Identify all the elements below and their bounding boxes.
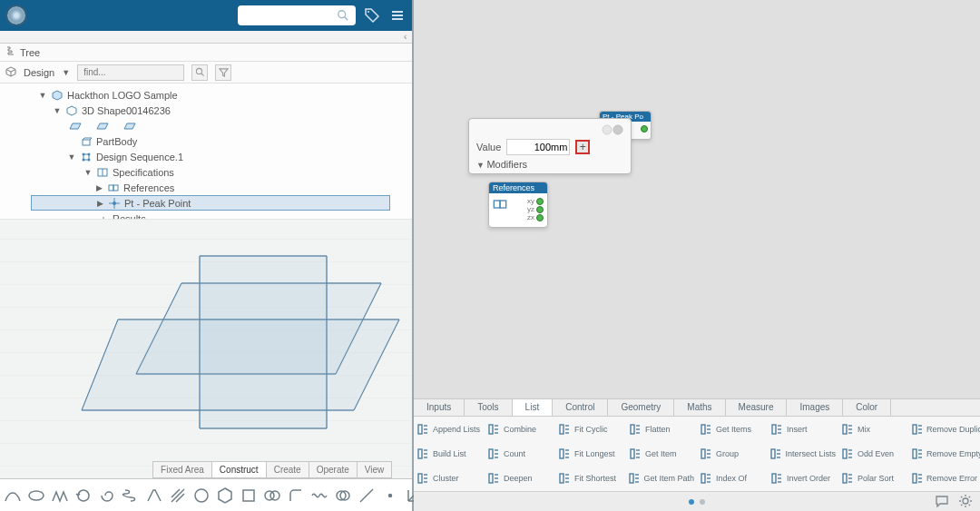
palette-item[interactable]: Deepen <box>485 472 555 485</box>
cat-images[interactable]: Images <box>787 399 843 416</box>
output-port-yz[interactable] <box>536 206 544 213</box>
tool-helix-icon[interactable] <box>122 485 140 506</box>
palette-item[interactable]: Polar Sort <box>838 472 909 485</box>
palette-item[interactable]: Mix <box>838 423 909 436</box>
tree-peak-point[interactable]: ▶ Pt - Peak Point <box>31 195 390 211</box>
cat-color[interactable]: Color <box>843 399 891 416</box>
value-input[interactable] <box>506 139 570 155</box>
expand-arrow-icon[interactable]: ▼ <box>67 152 76 162</box>
cat-inputs[interactable]: Inputs <box>414 399 465 416</box>
settings-icon[interactable] <box>958 494 973 510</box>
graph-canvas[interactable]: Pt - Peak Po z Value + <box>414 0 980 398</box>
palette-item[interactable]: Intersect Lists <box>768 447 838 460</box>
tool-spline-icon[interactable] <box>4 485 22 506</box>
palette-item[interactable]: Count <box>485 447 555 460</box>
expand-arrow-icon[interactable]: ▼ <box>53 106 62 115</box>
plane-xy-icon[interactable] <box>69 120 82 133</box>
tree-refs[interactable]: ▶ References <box>5 180 412 195</box>
palette-item[interactable]: Get Items <box>697 423 768 436</box>
page-dot-2[interactable] <box>700 499 705 505</box>
tool-line-icon[interactable] <box>358 485 376 506</box>
find-input[interactable] <box>82 66 180 78</box>
node-references[interactable]: References xy yz zx <box>488 182 548 228</box>
vtab-construct[interactable]: Construct <box>212 462 267 477</box>
tool-wave-icon[interactable] <box>310 485 328 506</box>
cat-list[interactable]: List <box>513 399 554 416</box>
palette-item[interactable]: Index Of <box>697 472 768 485</box>
tool-square-icon[interactable] <box>240 485 258 506</box>
expand-arrow-icon[interactable]: ▶ <box>95 199 104 208</box>
tool-rings-icon[interactable] <box>263 485 281 506</box>
tool-ellipse-icon[interactable] <box>27 485 45 506</box>
viewport-3d[interactable]: Fixed Area Construct Create Operate View <box>0 220 412 511</box>
plane-yz-icon[interactable] <box>96 120 109 133</box>
tree-results[interactable]: ▶ Results <box>5 211 412 220</box>
modifiers-toggle[interactable]: ▼ <box>476 161 486 170</box>
palette-item[interactable]: Fit Cyclic <box>555 423 626 436</box>
plane-zx-icon[interactable] <box>123 120 136 133</box>
expand-arrow-icon[interactable]: ▼ <box>83 168 93 177</box>
tree-partbody[interactable]: ▶ PartBody <box>5 133 412 149</box>
tool-hexagon-icon[interactable] <box>216 485 234 506</box>
palette-item[interactable]: Group <box>697 447 768 460</box>
tree-planes-row[interactable] <box>5 118 412 133</box>
output-port-xy[interactable] <box>536 198 544 205</box>
expand-arrow-icon[interactable]: ▶ <box>94 183 103 192</box>
output-port[interactable] <box>641 125 648 133</box>
palette-item[interactable]: Remove Duplicates <box>909 423 980 436</box>
tree-tab-label[interactable]: Tree <box>20 47 40 58</box>
output-port-zx[interactable] <box>536 214 544 221</box>
vtab-view[interactable]: View <box>358 462 392 477</box>
compass-icon[interactable] <box>5 5 27 26</box>
expand-arrow-icon[interactable]: ▼ <box>38 91 47 100</box>
chat-icon[interactable] <box>935 494 949 510</box>
search-input[interactable] <box>243 9 335 22</box>
page-dot-1[interactable] <box>689 499 694 505</box>
vtab-fixed-area[interactable]: Fixed Area <box>153 462 212 477</box>
palette-item[interactable]: Get Item <box>626 447 697 460</box>
tree-specs[interactable]: ▼ Specifications <box>5 164 412 180</box>
tree-root[interactable]: ▼ Hackthon LOGO Sample <box>5 87 412 103</box>
palette-item[interactable]: Insert <box>768 423 838 436</box>
collapse-strip[interactable]: ‹ <box>0 31 412 44</box>
tree-designseq[interactable]: ▼ Design Sequence.1 <box>5 149 412 164</box>
tool-point-icon[interactable] <box>381 485 399 506</box>
value-plus-button[interactable]: + <box>575 140 590 154</box>
tool-hatch-icon[interactable] <box>169 485 187 506</box>
design-mode-label[interactable]: Design <box>24 67 54 78</box>
palette-item[interactable]: Invert Order <box>768 472 838 485</box>
palette-item[interactable]: Fit Shortest <box>555 472 626 485</box>
filter-button[interactable] <box>215 64 231 81</box>
tree-shape[interactable]: ▼ 3D Shape00146236 <box>5 103 412 118</box>
cat-geometry[interactable]: Geometry <box>608 399 674 416</box>
pager[interactable] <box>689 499 705 505</box>
palette-item[interactable]: Cluster <box>414 472 485 485</box>
dropdown-arrow-icon[interactable]: ▼ <box>62 68 70 77</box>
palette-item[interactable]: Odd Even <box>838 447 909 460</box>
tool-zigzag-icon[interactable] <box>51 485 69 506</box>
palette-item[interactable]: Fit Longest <box>555 447 626 460</box>
tool-swirl-icon[interactable] <box>98 485 116 506</box>
find-go-button[interactable] <box>191 64 208 81</box>
cat-measure[interactable]: Measure <box>726 399 788 416</box>
tool-corner-icon[interactable] <box>287 485 305 506</box>
cat-maths[interactable]: Maths <box>674 399 725 416</box>
search-box[interactable] <box>238 5 356 25</box>
palette-item[interactable]: Flatten <box>626 423 697 436</box>
palette-item[interactable]: Remove Empty <box>909 447 980 460</box>
menu-icon[interactable] <box>388 6 407 25</box>
tool-boolean-icon[interactable] <box>334 485 352 506</box>
cat-control[interactable]: Control <box>553 399 608 416</box>
palette-item[interactable]: Build List <box>414 447 485 460</box>
cat-tools[interactable]: Tools <box>465 399 512 416</box>
palette-item[interactable]: Combine <box>485 423 555 436</box>
find-box[interactable] <box>77 64 184 81</box>
node-value[interactable]: Value + ▼ Modifiers <box>468 118 632 174</box>
tool-loop-icon[interactable] <box>74 485 93 506</box>
search-icon[interactable] <box>335 6 350 25</box>
tag-icon[interactable] <box>363 6 381 25</box>
vtab-create[interactable]: Create <box>267 462 309 477</box>
palette-item[interactable]: Remove Error <box>909 472 980 485</box>
tool-sweep-icon[interactable] <box>145 485 163 506</box>
palette-item[interactable]: Get Item Path <box>626 472 697 485</box>
